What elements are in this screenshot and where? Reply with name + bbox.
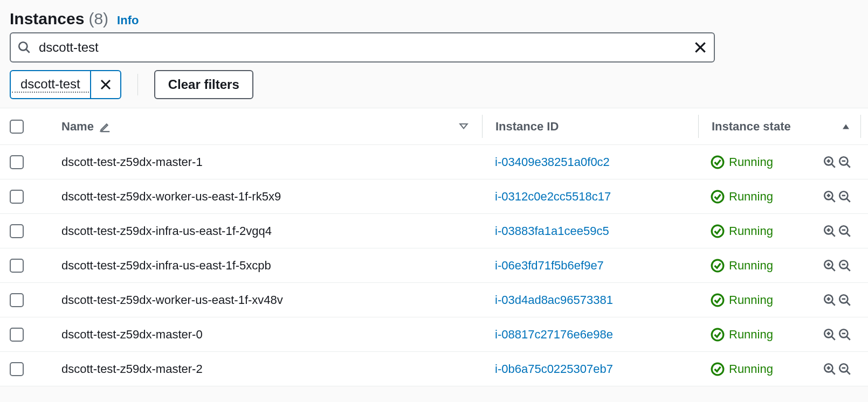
close-icon[interactable] bbox=[90, 71, 120, 98]
check-circle-icon bbox=[711, 328, 725, 342]
column-header-name[interactable]: Name bbox=[45, 120, 482, 134]
instance-id-link[interactable]: i-0b6a75c0225307eb7 bbox=[495, 362, 613, 376]
zoom-out-icon[interactable] bbox=[838, 224, 852, 238]
instance-name: dscott-test-z59dx-master-0 bbox=[61, 328, 203, 342]
zoom-in-icon[interactable] bbox=[823, 224, 837, 238]
search-row bbox=[0, 31, 868, 70]
clear-filters-button[interactable]: Clear filters bbox=[154, 70, 253, 99]
row-checkbox[interactable] bbox=[10, 190, 24, 204]
zoom-out-icon[interactable] bbox=[838, 293, 852, 307]
svg-line-43 bbox=[831, 302, 835, 306]
instance-state: Running bbox=[711, 259, 773, 273]
page-title: Instances bbox=[10, 10, 84, 28]
row-checkbox[interactable] bbox=[10, 155, 24, 169]
zoom-out-icon[interactable] bbox=[838, 155, 852, 169]
instance-id-link[interactable]: i-06e3fd71f5b6ef9e7 bbox=[495, 259, 604, 273]
column-header-label: Name bbox=[61, 120, 94, 134]
instance-state: Running bbox=[711, 224, 773, 238]
page-header: Instances (8) Info bbox=[0, 0, 868, 31]
state-label: Running bbox=[729, 362, 773, 376]
state-label: Running bbox=[729, 190, 773, 204]
svg-point-25 bbox=[712, 225, 724, 237]
svg-point-0 bbox=[19, 42, 27, 50]
zoom-out-icon[interactable] bbox=[838, 328, 852, 342]
filter-tag[interactable]: dscott-test bbox=[10, 70, 121, 99]
edit-icon[interactable] bbox=[99, 121, 111, 133]
zoom-out-icon[interactable] bbox=[838, 190, 852, 204]
row-checkbox[interactable] bbox=[10, 259, 24, 273]
svg-line-63 bbox=[846, 371, 850, 375]
column-header-instance-id[interactable]: Instance ID bbox=[483, 120, 698, 134]
info-link[interactable]: Info bbox=[117, 13, 139, 27]
check-circle-icon bbox=[711, 224, 725, 238]
instance-id-link[interactable]: i-03883fa1a1cee59c5 bbox=[495, 224, 609, 238]
close-icon[interactable] bbox=[692, 39, 708, 56]
instances-table: Name Instance ID Instance state bbox=[0, 108, 868, 386]
row-checkbox[interactable] bbox=[10, 224, 24, 238]
check-circle-icon bbox=[711, 190, 725, 204]
zoom-out-icon[interactable] bbox=[838, 259, 852, 273]
svg-line-11 bbox=[831, 164, 835, 168]
instance-state: Running bbox=[711, 293, 773, 307]
instance-name: dscott-test-z59dx-worker-us-east-1f-rk5x… bbox=[61, 190, 281, 204]
svg-marker-7 bbox=[460, 124, 467, 128]
zoom-in-icon[interactable] bbox=[823, 155, 837, 169]
instance-state: Running bbox=[711, 328, 773, 342]
column-header-label: Instance ID bbox=[495, 120, 559, 134]
svg-point-9 bbox=[712, 156, 724, 168]
instance-id-link[interactable]: i-0312c0e2cc5518c17 bbox=[495, 190, 611, 204]
search-icon bbox=[17, 40, 31, 54]
svg-point-33 bbox=[712, 260, 724, 272]
check-circle-icon bbox=[711, 155, 725, 169]
zoom-in-icon[interactable] bbox=[823, 293, 837, 307]
table-row: dscott-test-z59dx-master-2 i-0b6a75c0225… bbox=[0, 352, 868, 386]
instance-count: (8) bbox=[88, 10, 108, 28]
instance-state: Running bbox=[711, 155, 773, 169]
svg-line-23 bbox=[846, 198, 850, 202]
state-label: Running bbox=[729, 155, 773, 169]
svg-line-35 bbox=[831, 267, 835, 271]
table-row: dscott-test-z59dx-infra-us-east-1f-2vgq4… bbox=[0, 214, 868, 248]
zoom-out-icon[interactable] bbox=[838, 362, 852, 376]
row-checkbox[interactable] bbox=[10, 362, 24, 376]
filter-tag-label: dscott-test bbox=[12, 77, 89, 93]
check-circle-icon bbox=[711, 259, 725, 273]
column-header-instance-state[interactable]: Instance state bbox=[699, 120, 860, 134]
instance-id-link[interactable]: i-03d4ad8ac96573381 bbox=[495, 293, 613, 307]
filter-dropdown-icon[interactable] bbox=[458, 121, 469, 132]
search-box[interactable] bbox=[10, 32, 715, 63]
instance-name: dscott-test-z59dx-master-2 bbox=[61, 362, 203, 376]
instance-id-link[interactable]: i-03409e38251a0f0c2 bbox=[495, 155, 610, 169]
instance-name: dscott-test-z59dx-master-1 bbox=[61, 155, 203, 169]
svg-line-19 bbox=[831, 198, 835, 202]
table-header: Name Instance ID Instance state bbox=[0, 108, 868, 145]
table-row: dscott-test-z59dx-infra-us-east-1f-5xcpb… bbox=[0, 248, 868, 283]
svg-point-49 bbox=[712, 329, 724, 341]
svg-line-51 bbox=[831, 336, 835, 340]
zoom-in-icon[interactable] bbox=[823, 362, 837, 376]
svg-point-17 bbox=[712, 191, 724, 203]
search-input[interactable] bbox=[39, 40, 692, 55]
zoom-in-icon[interactable] bbox=[823, 259, 837, 273]
svg-line-31 bbox=[846, 233, 850, 237]
svg-line-47 bbox=[846, 302, 850, 306]
state-label: Running bbox=[729, 328, 773, 342]
instance-id-link[interactable]: i-08817c27176e6e98e bbox=[495, 328, 613, 342]
svg-line-39 bbox=[846, 267, 850, 271]
check-circle-icon bbox=[711, 362, 725, 376]
svg-line-1 bbox=[26, 50, 30, 53]
zoom-in-icon[interactable] bbox=[823, 328, 837, 342]
select-all-checkbox[interactable] bbox=[10, 120, 24, 134]
table-row: dscott-test-z59dx-master-0 i-08817c27176… bbox=[0, 317, 868, 352]
state-label: Running bbox=[729, 259, 773, 273]
svg-line-27 bbox=[831, 233, 835, 237]
zoom-in-icon[interactable] bbox=[823, 190, 837, 204]
table-body: dscott-test-z59dx-master-1 i-03409e38251… bbox=[0, 145, 868, 386]
table-row: dscott-test-z59dx-worker-us-east-1f-rk5x… bbox=[0, 179, 868, 214]
row-checkbox[interactable] bbox=[10, 293, 24, 307]
sort-asc-icon[interactable] bbox=[841, 122, 851, 131]
row-checkbox[interactable] bbox=[10, 328, 24, 342]
instance-name: dscott-test-z59dx-infra-us-east-1f-5xcpb bbox=[61, 259, 271, 273]
instance-state: Running bbox=[711, 362, 773, 376]
svg-marker-8 bbox=[843, 124, 849, 129]
